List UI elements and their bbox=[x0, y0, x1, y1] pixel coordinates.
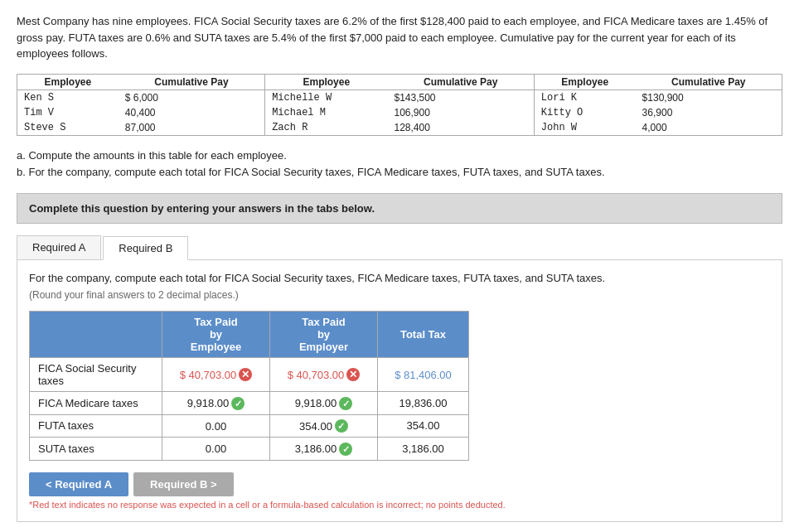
col-header-cumpay3: Cumulative Pay bbox=[636, 74, 782, 89]
error-icon: ✕ bbox=[239, 368, 252, 381]
col-header-employee1: Employee bbox=[17, 74, 119, 89]
next-button[interactable]: Required B > bbox=[133, 472, 234, 496]
instruction-b: b. For the company, compute each total f… bbox=[17, 164, 782, 181]
instruction-a: a. Compute the amounts in this table for… bbox=[17, 148, 782, 165]
tax-table: Tax PaidbyEmployee Tax PaidbyEmployer To… bbox=[29, 311, 469, 461]
tax-table-row: SUTA taxes0.003,186.00✓3,186.00 bbox=[30, 438, 469, 461]
ok-icon: ✓ bbox=[335, 419, 348, 433]
employee-table-row: Ken S$ 6,000Michelle W$143,500Lori K$130… bbox=[17, 89, 782, 105]
tab-content: For the company, compute each total for … bbox=[17, 260, 782, 522]
ok-icon: ✓ bbox=[339, 443, 352, 456]
ok-icon: ✓ bbox=[231, 397, 245, 410]
col-header-tax-type bbox=[30, 312, 162, 358]
employee-table-row: Tim V40,400Michael M106,900Kitty O36,900 bbox=[17, 105, 782, 120]
col-header-tax-paid-employer: Tax PaidbyEmployer bbox=[270, 312, 378, 358]
col-header-employee3: Employee bbox=[534, 74, 635, 89]
col-header-tax-paid-employee: Tax PaidbyEmployee bbox=[162, 312, 270, 358]
red-note: *Red text indicates no response was expe… bbox=[29, 500, 770, 510]
col-header-cumpay1: Cumulative Pay bbox=[119, 74, 265, 89]
error-icon: ✕ bbox=[346, 368, 360, 381]
tax-table-row: FICA Medicare taxes9,918.00✓9,918.00✓19,… bbox=[30, 392, 469, 415]
employee-table: Employee Cumulative Pay Employee Cumulat… bbox=[17, 74, 782, 136]
employee-table-row: Steve S87,000Zach R128,400John W4,000 bbox=[17, 120, 782, 136]
col-header-cumpay2: Cumulative Pay bbox=[387, 74, 534, 89]
complete-box: Complete this question by entering your … bbox=[17, 193, 782, 224]
instructions: a. Compute the amounts in this table for… bbox=[17, 148, 782, 182]
tax-table-row: FICA Social Security taxes$ 40,703.00✕$ … bbox=[30, 358, 469, 392]
tab-required-b[interactable]: Required B bbox=[103, 236, 188, 260]
nav-buttons: < Required A Required B > bbox=[29, 472, 770, 496]
tab-required-a[interactable]: Required A bbox=[17, 235, 101, 259]
prev-button[interactable]: < Required A bbox=[29, 472, 128, 496]
col-header-total-tax: Total Tax bbox=[378, 312, 469, 358]
tax-table-row: FUTA taxes0.00354.00✓354.00 bbox=[30, 414, 469, 438]
ok-icon: ✓ bbox=[339, 397, 352, 410]
col-header-employee2: Employee bbox=[265, 74, 388, 89]
intro-text: Mest Company has nine employees. FICA So… bbox=[17, 13, 782, 62]
tabs-bar: Required A Required B bbox=[17, 235, 782, 260]
required-b-description: For the company, compute each total for … bbox=[29, 270, 770, 302]
